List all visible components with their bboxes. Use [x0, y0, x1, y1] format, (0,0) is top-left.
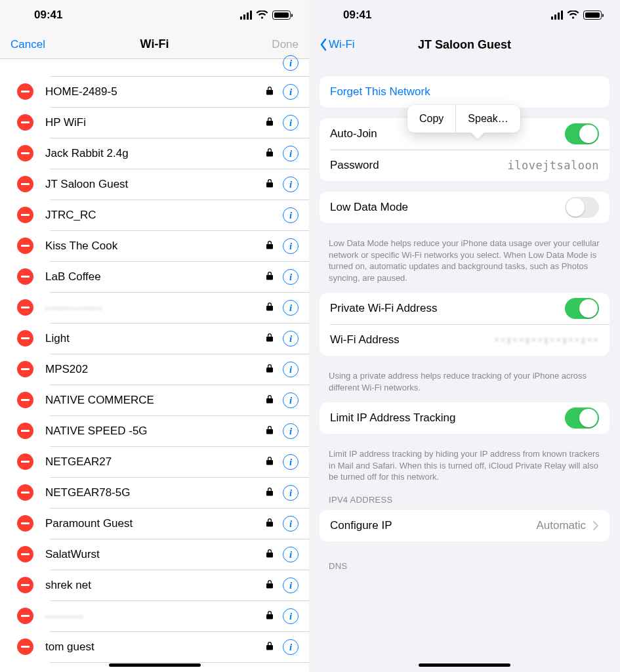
network-name: Kiss The Cook	[45, 240, 266, 253]
network-name: ··················	[45, 303, 266, 313]
network-row[interactable]: HOME-2489-5i	[0, 76, 309, 107]
network-row[interactable]: ············i	[0, 600, 309, 631]
info-icon[interactable]: i	[283, 84, 299, 100]
battery-icon	[272, 10, 291, 20]
limit-toggle[interactable]	[565, 408, 599, 429]
info-icon[interactable]: i	[283, 485, 299, 501]
delete-icon[interactable]	[17, 515, 33, 532]
speak-menu-item[interactable]: Speak…	[455, 105, 520, 133]
info-icon[interactable]: i	[283, 177, 299, 192]
network-row[interactable]: shrek neti	[0, 570, 309, 600]
configure-ip-value: Automatic	[536, 519, 586, 532]
info-icon[interactable]: i	[283, 362, 299, 377]
info-icon[interactable]: i	[283, 115, 299, 131]
copy-menu-item[interactable]: Copy	[407, 105, 455, 133]
wifi-address-row: Wi-Fi Address ··:··:··:··:··:··	[320, 324, 610, 356]
network-row[interactable]: LaB Coffeei	[0, 261, 309, 292]
info-icon[interactable]: i	[283, 547, 299, 562]
delete-icon[interactable]	[17, 608, 33, 624]
page-title: Wi-Fi	[63, 37, 246, 51]
network-row[interactable]: JT Saloon Guesti	[0, 169, 309, 200]
info-icon[interactable]: i	[283, 269, 299, 285]
delete-icon[interactable]	[17, 577, 33, 593]
private-toggle[interactable]	[565, 298, 599, 319]
network-name: NETGEAR27	[45, 455, 266, 469]
delete-icon[interactable]	[17, 83, 33, 100]
network-row[interactable]: ··················i	[0, 292, 309, 323]
network-name: MPS202	[45, 363, 266, 376]
done-button[interactable]: Done	[246, 38, 299, 51]
delete-icon[interactable]	[17, 423, 33, 439]
status-bar: 09:41	[309, 0, 620, 30]
delete-icon[interactable]	[17, 546, 33, 562]
private-label: Private Wi-Fi Address	[330, 302, 437, 315]
network-name: Light	[45, 332, 266, 345]
info-icon[interactable]: i	[283, 578, 299, 593]
lock-icon	[266, 86, 275, 98]
delete-icon[interactable]	[17, 392, 33, 408]
back-button[interactable]: Wi-Fi	[320, 38, 372, 51]
network-row[interactable]: Lighti	[0, 323, 309, 354]
password-row[interactable]: Password ilovejtsaloon	[320, 150, 610, 181]
lock-icon	[266, 271, 275, 283]
network-row[interactable]: Jack Rabbit 2.4gi	[0, 138, 309, 169]
forget-network-button[interactable]: Forget This Network	[320, 76, 610, 108]
network-row[interactable]: SalatWursti	[0, 539, 309, 570]
delete-icon[interactable]	[17, 361, 33, 377]
cellular-icon	[551, 10, 563, 20]
network-row[interactable]: NATIVE COMMERCEi	[0, 385, 309, 415]
delete-icon[interactable]	[17, 330, 33, 346]
lock-icon	[266, 425, 275, 437]
low-data-label: Low Data Mode	[330, 201, 408, 214]
delete-icon[interactable]	[17, 299, 33, 316]
network-name: Paramount Guest	[45, 517, 266, 530]
info-icon[interactable]: i	[283, 454, 299, 470]
network-row[interactable]: tom guesti	[0, 631, 309, 662]
info-icon[interactable]: i	[283, 639, 299, 655]
info-icon[interactable]: i	[283, 516, 299, 532]
info-icon[interactable]: i	[283, 608, 299, 624]
info-icon[interactable]: i	[283, 55, 299, 71]
info-icon[interactable]: i	[283, 423, 299, 439]
info-icon[interactable]: i	[283, 207, 299, 223]
delete-icon[interactable]	[17, 639, 33, 655]
low-data-toggle[interactable]	[565, 197, 599, 218]
delete-icon[interactable]	[17, 238, 33, 254]
network-row[interactable]: Kiss The Cooki	[0, 230, 309, 261]
info-icon[interactable]: i	[283, 300, 299, 316]
section-forget: Forget This Network	[320, 76, 610, 108]
delete-icon[interactable]	[17, 176, 33, 192]
network-name: HP WiFi	[45, 116, 266, 129]
network-name: tom guest	[45, 640, 266, 654]
configure-ip-row[interactable]: Configure IP Automatic	[320, 510, 610, 541]
delete-icon[interactable]	[17, 114, 33, 131]
configure-ip-label: Configure IP	[330, 519, 392, 532]
chevron-left-icon	[320, 38, 327, 51]
network-row[interactable]: HP WiFii	[0, 107, 309, 138]
lock-icon	[266, 178, 275, 190]
network-row[interactable]: i	[0, 59, 309, 76]
low-data-footer: Low Data Mode helps reduce your iPhone d…	[309, 234, 620, 286]
network-row[interactable]: JTRC_RCi	[0, 200, 309, 230]
info-icon[interactable]: i	[283, 392, 299, 408]
lock-icon	[266, 394, 275, 406]
info-icon[interactable]: i	[283, 238, 299, 254]
status-time: 09:41	[343, 9, 371, 22]
delete-icon[interactable]	[17, 453, 33, 470]
lock-icon	[266, 333, 275, 345]
delete-icon[interactable]	[17, 145, 33, 161]
network-row[interactable]: Paramount Guesti	[0, 508, 309, 539]
info-icon[interactable]: i	[283, 146, 299, 161]
network-row[interactable]: NETGEAR27i	[0, 446, 309, 477]
network-row[interactable]: NATIVE SPEED -5Gi	[0, 415, 309, 446]
delete-icon[interactable]	[17, 268, 33, 285]
network-name: shrek net	[45, 579, 266, 592]
cancel-button[interactable]: Cancel	[10, 38, 63, 51]
delete-icon[interactable]	[17, 484, 33, 501]
auto-join-toggle[interactable]	[565, 123, 599, 144]
network-row[interactable]: MPS202i	[0, 354, 309, 385]
network-row[interactable]: NETGEAR78-5Gi	[0, 477, 309, 508]
info-icon[interactable]: i	[283, 331, 299, 346]
delete-icon[interactable]	[17, 207, 33, 223]
dns-header: DNS	[309, 552, 620, 574]
